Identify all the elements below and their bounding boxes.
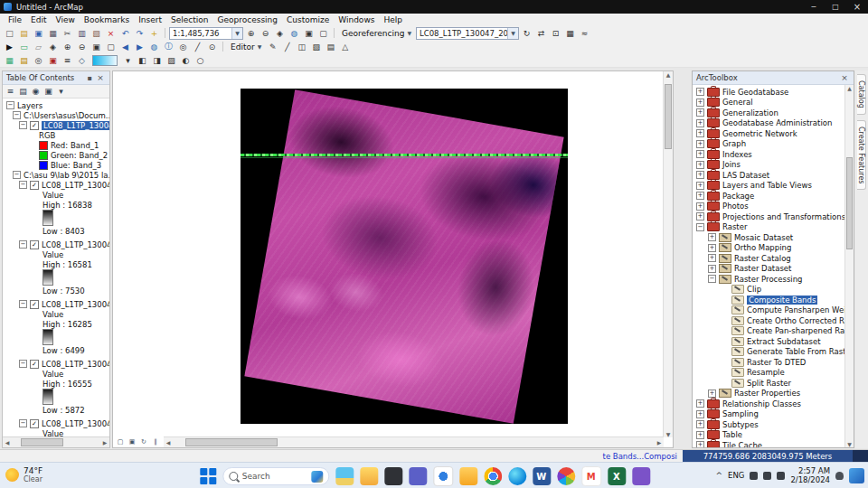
expander-icon[interactable] — [696, 171, 704, 179]
arctoolbox-node[interactable]: Table — [693, 430, 844, 441]
tab-catalog[interactable]: Catalog — [857, 74, 866, 115]
link-table-button[interactable]: ▦ — [563, 27, 577, 39]
close-button[interactable] — [846, 0, 868, 14]
arctoolbox-node[interactable]: Ortho Mapping — [693, 243, 844, 254]
expander-icon[interactable] — [708, 244, 716, 252]
photo-app-icon[interactable] — [335, 467, 354, 485]
toc-layer-row[interactable]: LC08_L1TP_130047 — [19, 359, 109, 369]
swipe-button[interactable]: ◧ — [136, 54, 149, 66]
map-canvas[interactable] — [241, 89, 568, 424]
expander-icon[interactable] — [696, 441, 704, 447]
layer-name[interactable]: LC08_L1TP_130047 — [42, 300, 109, 309]
arctoolbox-node[interactable]: Photos — [693, 202, 844, 212]
wifi-icon[interactable] — [750, 472, 758, 480]
arctoolbox-node[interactable]: Create Pan-sharpened Raster Data — [693, 326, 844, 337]
toc-layer-row[interactable]: LC08_L1TP_130047 — [19, 180, 109, 190]
arctoolbox-window-button[interactable]: ▣ — [46, 54, 60, 66]
menu-item[interactable]: Edit — [26, 15, 51, 24]
expander-icon[interactable] — [696, 119, 704, 127]
toc-layer-row[interactable]: LC08_L1TP_130047 — [19, 299, 109, 309]
split-button[interactable]: ◫ — [295, 41, 308, 52]
edge-icon[interactable] — [508, 467, 526, 485]
menu-item[interactable]: Selection — [166, 15, 212, 24]
redo-button[interactable]: ↷ — [133, 27, 146, 39]
shift-button[interactable]: ⇄ — [534, 27, 548, 39]
expander-icon[interactable] — [708, 275, 716, 283]
excel-icon[interactable]: X — [608, 467, 626, 485]
map-vertical-scrollbar[interactable]: ▲ ▼ — [663, 71, 673, 437]
scroll-up-icon[interactable]: ▲ — [664, 71, 673, 78]
layer-name[interactable]: LC08_L1TP_130047 — [42, 419, 109, 428]
layer-checkbox[interactable] — [30, 300, 39, 309]
file-explorer-icon[interactable] — [360, 467, 378, 485]
layer-name[interactable]: LC08_L1TP_130047 — [42, 360, 109, 369]
georeferencing-layer-combo[interactable]: LC08_L1TP_130047_20151213_ ▼ — [416, 27, 519, 40]
expander-icon[interactable] — [19, 240, 27, 249]
expander-icon[interactable] — [13, 111, 21, 119]
list-by-drawing-order-button[interactable]: ≡ — [5, 86, 16, 98]
expander-icon[interactable] — [708, 254, 716, 262]
toc-layer-row[interactable]: LC08_L1TP_130047 — [19, 239, 109, 249]
expander-icon[interactable] — [696, 182, 704, 190]
arctoolbox-node[interactable]: Joins — [693, 160, 844, 171]
attributes-button[interactable]: ▤ — [324, 41, 337, 52]
expander-icon[interactable] — [696, 129, 704, 137]
menu-item[interactable]: Windows — [334, 15, 379, 24]
editor-menu[interactable]: Editor ▼ — [227, 42, 265, 52]
create-features-button[interactable]: ▨ — [309, 41, 323, 52]
weather-widget[interactable]: 74°F Clear — [5, 466, 42, 483]
python-window-button[interactable]: ≡ — [61, 54, 74, 66]
chrome-icon[interactable] — [484, 467, 502, 485]
scroll-thumb[interactable] — [665, 84, 672, 149]
brightness-button[interactable]: ○ — [193, 54, 207, 66]
previous-extent-button[interactable]: ◀ — [118, 41, 132, 52]
rotate-button[interactable]: ↻ — [520, 27, 533, 39]
fixed-zoom-in-button[interactable]: ▣ — [90, 41, 103, 52]
scale-combo[interactable]: 1:1,485,736 ▼ — [169, 27, 243, 40]
teams-icon[interactable] — [409, 467, 427, 485]
expander-icon[interactable] — [696, 192, 704, 200]
pin-icon[interactable] — [84, 74, 95, 82]
scroll-thumb[interactable] — [846, 157, 853, 249]
catalog-window-button[interactable]: ▤ — [17, 54, 31, 66]
expander-icon[interactable] — [13, 171, 21, 179]
arctoolbox-node[interactable]: Graph — [693, 139, 844, 150]
find-button[interactable]: ◎ — [176, 41, 190, 52]
arctoolbox-node[interactable]: Raster To DTED — [693, 357, 844, 368]
folder-icon[interactable] — [459, 467, 477, 485]
arctoolbox-node[interactable]: Geodatabase Administration — [693, 118, 844, 129]
notifications-icon[interactable] — [835, 472, 844, 480]
search-input[interactable]: Search — [222, 467, 329, 485]
magnifier-plus-button[interactable]: ⊕ — [61, 41, 74, 52]
layer-name[interactable]: LC08_L1TP_130047 — [42, 240, 109, 249]
arctoolbox-node[interactable]: Raster Dataset — [693, 264, 844, 275]
add-data-button[interactable]: + — [147, 27, 161, 39]
photos-pinwheel-icon[interactable] — [557, 467, 575, 485]
expander-icon[interactable] — [696, 399, 704, 408]
tab-create-features[interactable]: Create Features — [857, 120, 866, 191]
expander-icon[interactable] — [696, 212, 704, 221]
arctoolbox-node[interactable]: Generate Table From Raster Functi — [693, 347, 844, 358]
fixed-zoom-out-button[interactable]: ▢ — [104, 41, 118, 52]
layer-checkbox[interactable] — [30, 419, 39, 428]
menu-item[interactable]: File — [4, 15, 26, 24]
paste-button[interactable]: ▧ — [90, 27, 103, 39]
georeferencing-menu[interactable]: Georeferencing ▼ — [338, 29, 415, 38]
menu-item[interactable]: View — [52, 15, 80, 24]
map-horizontal-scrollbar[interactable]: ◀ ▶ — [164, 436, 664, 447]
copy-button[interactable]: ▥ — [75, 27, 89, 39]
delete-button[interactable]: × — [104, 27, 118, 39]
model-builder-button[interactable]: ◇ — [75, 54, 89, 66]
expander-icon[interactable] — [696, 140, 704, 148]
zoom-in-button[interactable]: ⊕ — [244, 27, 258, 39]
arctoolbox-node[interactable]: Compute Pansharpen Weights — [693, 305, 844, 316]
expander-icon[interactable] — [696, 99, 704, 107]
layer-checkbox[interactable] — [30, 121, 39, 130]
scroll-down-icon[interactable]: ▼ — [664, 431, 673, 437]
zoom-out-button[interactable]: ⊖ — [259, 27, 272, 39]
word-icon[interactable]: W — [533, 467, 551, 485]
save-button[interactable]: ▣ — [32, 27, 45, 39]
arctoolbox-node[interactable]: Split Raster — [693, 378, 844, 389]
pan-hand-button[interactable]: ◈ — [46, 41, 60, 52]
minimize-button[interactable] — [803, 0, 825, 14]
